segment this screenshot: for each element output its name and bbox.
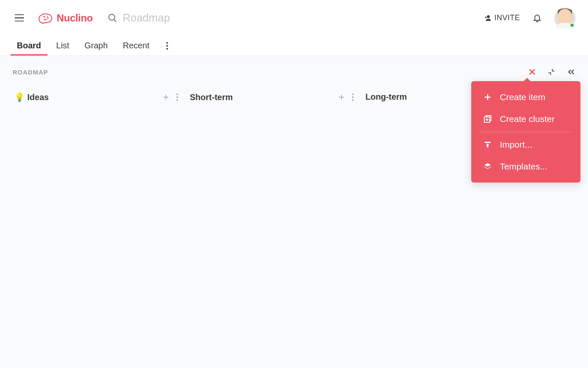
svg-point-2 [487,15,490,18]
toolbar-actions [528,68,575,76]
close-button[interactable] [528,68,536,76]
tab-graph[interactable]: Graph [84,36,108,55]
view-tabs: Board List Graph Recent [0,36,588,56]
create-item-button[interactable]: Create item [471,86,580,108]
lightbulb-icon: 💡 [14,92,25,102]
column-header: 💡 Ideas + [13,92,180,102]
minimize-icon [548,68,555,76]
app-logo[interactable]: Nuclino [37,12,93,24]
add-card-icon[interactable]: + [163,92,169,102]
column-title[interactable]: Long-term [365,92,407,102]
column-title[interactable]: Short-term [190,93,233,102]
column-more-icon[interactable] [176,93,178,101]
dropdown-item-label: Import... [500,140,532,150]
board-column-short-term: Short-term + [184,92,360,102]
dropdown-divider [480,132,572,132]
svg-line-1 [114,19,116,22]
brain-icon [37,12,53,24]
plus-icon [483,93,492,102]
tab-board[interactable]: Board [17,36,41,55]
column-title-text: Ideas [27,93,49,102]
invite-label: INVITE [494,13,520,22]
search-area [108,11,483,24]
svg-point-0 [109,14,115,20]
upload-icon [483,140,492,149]
tab-recent[interactable]: Recent [123,36,150,55]
board-column-ideas: 💡 Ideas + [8,92,184,102]
bell-icon[interactable] [533,13,542,23]
board-content: ROADMAP [0,56,588,368]
tabs-more-icon[interactable] [165,40,170,51]
create-cluster-button[interactable]: Create cluster [471,108,580,130]
chevron-double-left-icon [567,68,575,76]
invite-button[interactable]: INVITE [483,13,520,22]
close-icon [528,68,536,76]
layers-icon [483,162,492,171]
svg-rect-10 [485,142,491,143]
column-title-text: Short-term [190,93,233,102]
search-icon[interactable] [108,13,118,23]
collapse-button[interactable] [567,68,575,76]
dropdown-item-label: Create cluster [500,114,555,124]
column-title[interactable]: 💡 Ideas [14,92,49,102]
column-actions: + [339,92,354,102]
person-add-icon [483,14,492,22]
minimize-button[interactable] [548,68,555,76]
cluster-icon [483,114,492,124]
templates-button[interactable]: Templates... [471,156,580,177]
menu-icon[interactable] [15,13,25,23]
app-header: Nuclino INVITE [0,0,588,36]
column-header: Short-term + [188,92,355,102]
breadcrumb: ROADMAP [13,69,48,76]
logo-text: Nuclino [57,12,93,24]
import-button[interactable]: Import... [471,134,580,156]
add-card-icon[interactable]: + [339,92,344,102]
column-more-icon[interactable] [352,93,354,101]
create-dropdown: Create item Create cluster Import [471,81,580,183]
dropdown-item-label: Templates... [500,161,547,172]
dropdown-item-label: Create item [500,92,546,102]
search-input[interactable] [123,11,249,24]
tab-list[interactable]: List [56,36,69,55]
header-actions: INVITE [483,8,575,29]
online-status-dot [570,23,575,28]
avatar[interactable] [554,8,575,29]
breadcrumb-row: ROADMAP [0,64,588,79]
column-actions: + [163,92,178,102]
column-title-text: Long-term [365,92,407,102]
